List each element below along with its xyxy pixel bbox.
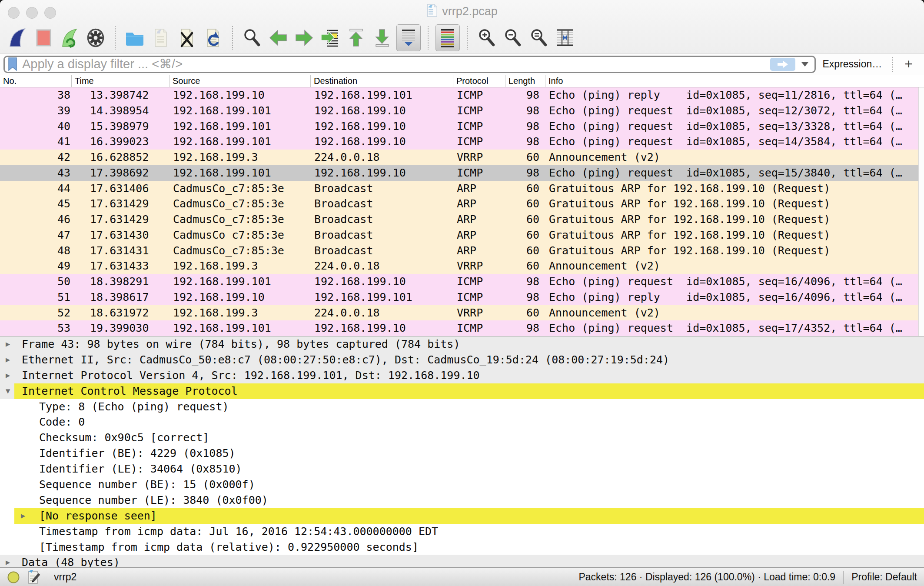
column-header-protocol[interactable]: Protocol [453, 75, 505, 87]
detail-row-1[interactable]: ▶Ethernet II, Src: CadmusCo_50:e8:c7 (08… [0, 352, 924, 368]
detail-row-13[interactable]: [Timestamp from icmp data (relative): 0.… [0, 539, 924, 555]
packet-row-44[interactable]: 4417.631406CadmusCo_c7:85:3eBroadcastARP… [0, 181, 924, 196]
expert-info-button[interactable] [7, 571, 20, 584]
detail-text: Code: 0 [0, 414, 85, 430]
packet-row-43[interactable]: 4317.398692192.168.199.101192.168.199.10… [0, 165, 924, 181]
go-to-packet-button[interactable] [318, 24, 342, 51]
display-filter-input[interactable] [18, 57, 770, 72]
magnifier-minus-icon [502, 27, 523, 48]
detail-row-4[interactable]: Type: 8 (Echo (ping) request) [0, 399, 924, 415]
close-file-button[interactable] [175, 24, 199, 51]
packet-row-47[interactable]: 4717.631430CadmusCo_c7:85:3eBroadcastARP… [0, 227, 924, 243]
column-header-info[interactable]: Info [545, 75, 924, 87]
packet-row-41[interactable]: 4116.399023192.168.199.101192.168.199.10… [0, 134, 924, 150]
close-window-button[interactable] [8, 7, 20, 19]
packet-row-38[interactable]: 3813.398742192.168.199.10192.168.199.101… [0, 87, 924, 103]
detail-row-14[interactable]: ▶Data (48 bytes) [0, 555, 924, 567]
apply-filter-button[interactable] [770, 58, 795, 71]
column-header-time[interactable]: Time [72, 75, 170, 87]
detail-row-7[interactable]: Identifier (BE): 4229 (0x1085) [0, 446, 924, 461]
packet-cell-len: 98 [505, 165, 545, 181]
restart-capture-button[interactable] [57, 24, 82, 51]
packet-list-scrollbar[interactable] [918, 87, 924, 336]
packet-details: ▶Frame 43: 98 bytes on wire (784 bits), … [0, 336, 924, 567]
packet-row-50[interactable]: 5018.398291192.168.199.101192.168.199.10… [0, 274, 924, 290]
reload-file-button[interactable] [201, 24, 225, 51]
packet-cell-src: CadmusCo_c7:85:3e [170, 227, 311, 243]
detail-row-8[interactable]: Identifier (LE): 34064 (0x8510) [0, 461, 924, 477]
packet-row-48[interactable]: 4817.631431CadmusCo_c7:85:3eBroadcastARP… [0, 243, 924, 259]
auto-scroll-button[interactable] [396, 24, 421, 51]
add-filter-button[interactable]: + [904, 56, 913, 72]
detail-text: Checksum: 0x90c5 [correct] [0, 430, 209, 446]
traffic-lights [8, 7, 56, 19]
detail-row-0[interactable]: ▶Frame 43: 98 bytes on wire (784 bits), … [0, 336, 924, 352]
go-previous-packet-button[interactable] [266, 24, 290, 51]
capture-options-button[interactable] [83, 24, 108, 51]
open-file-button[interactable] [123, 24, 147, 51]
packet-cell-src: 192.168.199.101 [170, 134, 311, 150]
packet-row-39[interactable]: 3914.398954192.168.199.101192.168.199.10… [0, 103, 924, 119]
colorize-packets-button[interactable] [435, 24, 460, 51]
minimize-window-button[interactable] [26, 7, 38, 19]
packet-cell-proto: ICMP [453, 274, 505, 290]
arrow-down-bar-green-icon [372, 27, 393, 48]
profile-label[interactable]: Profile: Default [851, 571, 917, 583]
packet-cell-len: 60 [505, 305, 545, 321]
packet-row-53[interactable]: 5319.399030192.168.199.101192.168.199.10… [0, 320, 924, 336]
start-capture-button[interactable] [5, 24, 30, 51]
toolbar-separator [232, 26, 233, 50]
save-file-button[interactable] [149, 24, 173, 51]
detail-row-5[interactable]: Code: 0 [0, 414, 924, 430]
packet-row-51[interactable]: 5118.398617192.168.199.10192.168.199.101… [0, 290, 924, 305]
packet-row-49[interactable]: 4917.631433192.168.199.3224.0.0.18VRRP60… [0, 258, 924, 274]
detail-text: Identifier (BE): 4229 (0x1085) [0, 446, 236, 461]
column-header-length[interactable]: Length [505, 75, 545, 87]
packet-cell-no: 45 [0, 196, 72, 212]
detail-text: [Timestamp from icmp data (relative): 0.… [0, 539, 419, 555]
document-reload-icon [203, 27, 223, 48]
resize-columns-button[interactable] [553, 24, 577, 51]
go-first-packet-button[interactable] [344, 24, 369, 51]
capture-comment-button[interactable] [27, 569, 41, 585]
column-header-no[interactable]: No. [0, 75, 72, 87]
packet-row-45[interactable]: 4517.631429CadmusCo_c7:85:3eBroadcastARP… [0, 196, 924, 212]
packet-cell-len: 60 [505, 212, 545, 227]
packet-row-46[interactable]: 4617.631429CadmusCo_c7:85:3eBroadcastARP… [0, 212, 924, 227]
detail-row-10[interactable]: Sequence number (LE): 3840 (0x0f00) [0, 493, 924, 508]
filter-dropdown-caret-icon[interactable] [801, 62, 808, 67]
packet-cell-no: 44 [0, 181, 72, 196]
stop-capture-button[interactable] [31, 24, 56, 51]
packet-row-52[interactable]: 5218.631972192.168.199.3224.0.0.18VRRP60… [0, 305, 924, 321]
packet-cell-src: 192.168.199.3 [170, 150, 311, 165]
zoom-reset-button[interactable] [527, 24, 551, 51]
column-header-source[interactable]: Source [170, 75, 311, 87]
detail-row-3[interactable]: ▼Internet Control Message Protocol [0, 383, 924, 399]
packet-row-42[interactable]: 4216.628852192.168.199.3224.0.0.18VRRP60… [0, 150, 924, 165]
display-filter-field[interactable] [3, 56, 816, 73]
expression-button[interactable]: Expression… [823, 58, 882, 70]
bookmark-icon[interactable] [7, 57, 18, 71]
packet-cell-no: 38 [0, 87, 72, 103]
packet-cell-no: 49 [0, 258, 72, 274]
packet-row-40[interactable]: 4015.398979192.168.199.101192.168.199.10… [0, 119, 924, 134]
detail-row-9[interactable]: Sequence number (BE): 15 (0x000f) [0, 477, 924, 493]
zoom-out-button[interactable] [501, 24, 525, 51]
detail-row-11[interactable]: ▶[No response seen] [0, 508, 924, 524]
packet-cell-src: CadmusCo_c7:85:3e [170, 181, 311, 196]
go-last-packet-button[interactable] [370, 24, 395, 51]
packet-cell-time: 18.398617 [72, 290, 170, 305]
filter-separator [892, 57, 893, 72]
packet-cell-len: 60 [505, 243, 545, 259]
detail-row-6[interactable]: Checksum: 0x90c5 [correct] [0, 430, 924, 446]
detail-row-2[interactable]: ▶Internet Protocol Version 4, Src: 192.1… [0, 368, 924, 383]
go-next-packet-button[interactable] [292, 24, 316, 51]
zoom-window-button[interactable] [44, 7, 56, 19]
detail-row-12[interactable]: Timestamp from icmp data: Jul 16, 2016 1… [0, 524, 924, 539]
zoom-in-button[interactable] [475, 24, 499, 51]
packet-cell-time: 19.399030 [72, 320, 170, 336]
find-packet-button[interactable] [240, 24, 264, 51]
packet-cell-time: 17.631431 [72, 243, 170, 259]
column-header-destination[interactable]: Destination [311, 75, 453, 87]
packet-cell-time: 13.398742 [72, 87, 170, 103]
